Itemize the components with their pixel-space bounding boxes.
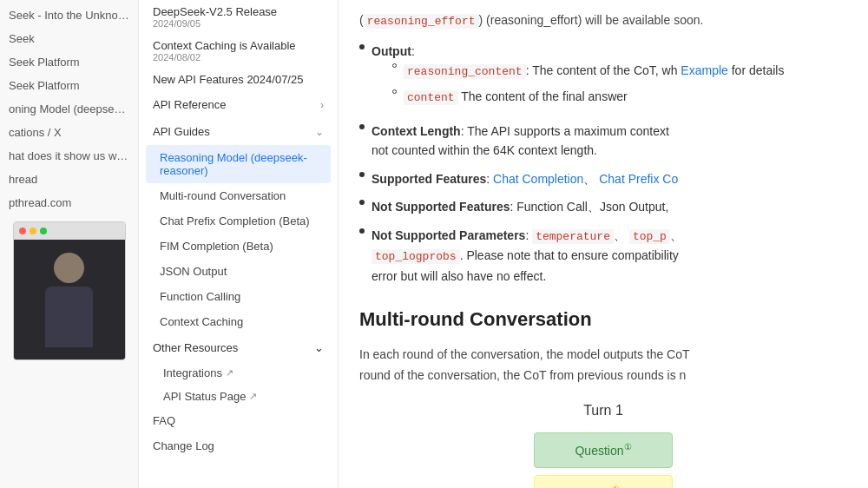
- sub-bullet-content-text: content The content of the final answer: [404, 87, 628, 108]
- question-superscript: ①: [624, 442, 632, 452]
- section-intro-text: In each round of the conversation, the m…: [359, 345, 847, 386]
- nav-faq[interactable]: FAQ: [139, 408, 338, 433]
- sidebar-left-item-6[interactable]: hat does it show us when it...: [0, 144, 138, 168]
- external-link-icon: ↗: [226, 367, 233, 379]
- question-box: Question①: [534, 432, 673, 468]
- nav-item-chat-prefix[interactable]: Chat Prefix Completion (Beta): [139, 208, 338, 234]
- sub-bullet-reasoning: reasoning_content: The content of the Co…: [392, 61, 784, 82]
- not-supported-features-content: Not Supported Features: Function Call、Js…: [372, 197, 668, 216]
- nav-api-guides[interactable]: API Guides ⌄: [139, 118, 338, 145]
- output-bullet: Output: reasoning_content: The content o…: [359, 42, 847, 113]
- chevron-down-icon: ⌄: [315, 126, 324, 138]
- turn-label: Turn 1: [583, 399, 623, 422]
- nav-api-status[interactable]: API Status Page ↗: [139, 385, 338, 408]
- output-label: Output: [372, 44, 411, 58]
- window-titlebar: [14, 222, 125, 240]
- minimize-btn: [30, 228, 36, 234]
- person-head: [54, 253, 84, 283]
- not-supported-params-bullet: Not Supported Parameters: temperature、 t…: [359, 226, 847, 287]
- sidebar-nav: DeepSeek-V2.5 Release 2024/09/05 Context…: [139, 0, 339, 488]
- nav-other-resources[interactable]: Other Resources ⌄: [139, 334, 338, 361]
- chevron-right-icon: ›: [320, 99, 324, 111]
- supported-features-bullet: Supported Features: Chat Completion、 Cha…: [359, 169, 847, 188]
- chat-prefix-link[interactable]: Chat Prefix Co: [599, 172, 678, 186]
- context-length-label: Context Length: [372, 124, 461, 138]
- nav-item-multi-round[interactable]: Multi-round Conversation: [139, 183, 338, 208]
- sidebar-left-item-3[interactable]: Seek Platform: [0, 74, 138, 97]
- nav-change-log[interactable]: Change Log: [139, 433, 338, 458]
- cot-box: COT①: [534, 475, 673, 488]
- cot-superscript: ①: [612, 485, 620, 488]
- close-btn: [19, 228, 26, 234]
- maximize-btn: [40, 228, 47, 234]
- top-intro-text: (reasoning_effort) (reasoning_effort) wi…: [359, 10, 847, 31]
- context-length-content: Context Length: The API supports a maxim…: [372, 122, 669, 161]
- sidebar-left: Seek - Into the Unknown Seek Seek Platfo…: [0, 0, 139, 488]
- content-code: content: [404, 90, 458, 105]
- person-widget: [13, 221, 126, 360]
- sidebar-left-item-4[interactable]: oning Model (deepseek-re...: [0, 97, 138, 121]
- nav-item-reasoning-model[interactable]: Reasoning Model (deepseek-reasoner): [146, 145, 331, 183]
- output-bullet-content: Output: reasoning_content: The content o…: [372, 42, 784, 113]
- person-body: [45, 287, 93, 347]
- bullet-dot-context: [359, 124, 365, 129]
- nav-item-context-caching[interactable]: Context Caching: [139, 309, 338, 334]
- top-p-code: top_p: [629, 229, 670, 244]
- main-content: (reasoning_effort) (reasoning_effort) wi…: [339, 0, 868, 488]
- nav-release-item-1[interactable]: Context Caching is Available 2024/08/02: [139, 34, 338, 68]
- sidebar-left-item-2[interactable]: Seek Platform: [0, 50, 138, 74]
- context-length-bullet: Context Length: The API supports a maxim…: [359, 122, 847, 161]
- chat-completion-link[interactable]: Chat Completion: [493, 172, 583, 186]
- context-length-detail: not counted within the 64K context lengt…: [372, 143, 597, 157]
- nav-release-item-2[interactable]: New API Features 2024/07/25: [139, 68, 338, 91]
- supported-features-label: Supported Features: [372, 172, 486, 186]
- bullet-dot-output: [359, 44, 365, 49]
- sidebar-left-item-7[interactable]: hread: [0, 168, 138, 191]
- nav-item-function-calling[interactable]: Function Calling: [139, 284, 338, 309]
- external-link-icon-2: ↗: [249, 391, 257, 402]
- reasoning-effort-code: reasoning_effort: [364, 14, 479, 29]
- not-supported-params-content: Not Supported Parameters: temperature、 t…: [372, 226, 682, 287]
- not-supported-features-bullet: Not Supported Features: Function Call、Js…: [359, 197, 847, 216]
- other-resources-chevron-icon: ⌄: [314, 341, 324, 354]
- not-supported-label: Not Supported Features: [372, 200, 510, 214]
- nav-release-item-0[interactable]: DeepSeek-V2.5 Release 2024/09/05: [139, 0, 338, 34]
- sub-bullet-dot-1: [392, 63, 397, 68]
- nav-integrations[interactable]: Integrations ↗: [139, 361, 338, 385]
- bullet-dot-params: [359, 228, 365, 234]
- example-link[interactable]: Example: [681, 63, 727, 77]
- not-supported-params-label: Not Supported Parameters: [372, 228, 525, 242]
- person-figure: [45, 253, 93, 347]
- top-logprobs-code: top_logprobs: [372, 249, 460, 264]
- turn-section: Turn 1 Question① COT①: [359, 399, 847, 488]
- nav-item-fim[interactable]: FIM Completion (Beta): [139, 234, 338, 259]
- nav-api-reference[interactable]: API Reference ›: [139, 91, 338, 118]
- sidebar-left-item-1[interactable]: Seek: [0, 27, 138, 50]
- params-detail: error but will also have no effect.: [372, 269, 546, 283]
- sub-bullet-dot-2: [392, 89, 397, 94]
- window-content: [14, 240, 125, 359]
- sidebar-left-item-0[interactable]: Seek - Into the Unknown: [0, 3, 138, 27]
- supported-features-content: Supported Features: Chat Completion、 Cha…: [372, 169, 678, 188]
- temperature-code: temperature: [532, 229, 614, 244]
- sub-bullet-content: content The content of the final answer: [392, 87, 784, 108]
- nav-item-json-output[interactable]: JSON Output: [139, 259, 338, 284]
- reasoning-content-code: reasoning_content: [404, 64, 526, 79]
- sidebar-left-item-5[interactable]: cations / X: [0, 121, 138, 144]
- bullet-dot-not-supported: [359, 200, 365, 205]
- bullet-dot-supported: [359, 172, 365, 177]
- multi-round-heading: Multi-round Conversation: [359, 304, 847, 334]
- sub-bullet-reasoning-content: reasoning_content: The content of the Co…: [404, 61, 784, 82]
- sidebar-left-item-8[interactable]: pthread.com: [0, 191, 138, 214]
